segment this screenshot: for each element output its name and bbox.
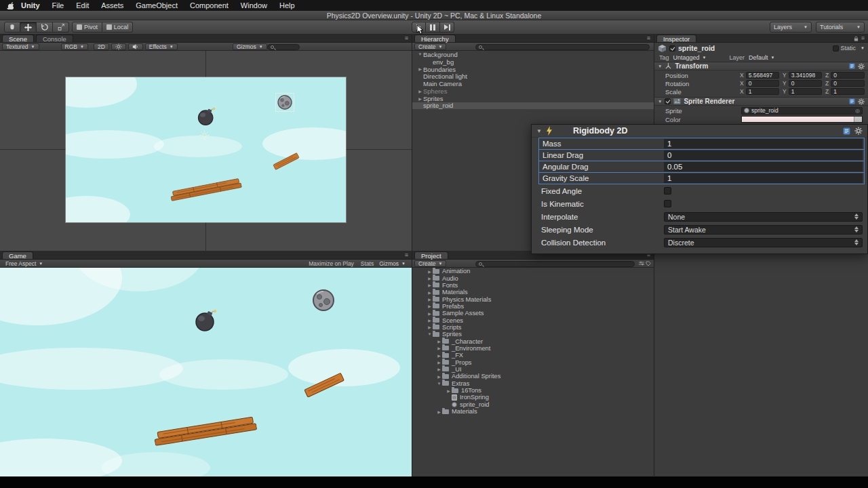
panel-menu-icon[interactable]: ≡ bbox=[647, 35, 650, 41]
foldout-icon[interactable]: ▶ bbox=[446, 388, 452, 393]
search-by-type-icon[interactable] bbox=[639, 261, 644, 268]
hierarchy-item[interactable]: ▶Spheres bbox=[412, 87, 654, 95]
menu-help[interactable]: Help bbox=[273, 1, 301, 9]
gear-icon[interactable] bbox=[854, 127, 863, 135]
hierarchy-item[interactable]: env_bg bbox=[412, 58, 654, 66]
interpolate-dropdown[interactable]: None bbox=[664, 212, 863, 222]
foldout-icon[interactable]: ▶ bbox=[427, 311, 433, 316]
project-item[interactable]: ▶_Character bbox=[412, 338, 654, 344]
fixed-angle-checkbox[interactable] bbox=[664, 187, 671, 195]
hierarchy-search-input[interactable] bbox=[475, 44, 650, 50]
project-item[interactable]: ▼Extras bbox=[412, 380, 654, 387]
asteroid-sprite[interactable] bbox=[277, 94, 293, 113]
gravity-scale-value-field[interactable]: 1 bbox=[664, 174, 863, 183]
render-mode-dropdown[interactable]: RGB ▼ bbox=[61, 43, 88, 50]
bomb-sprite[interactable] bbox=[197, 107, 216, 129]
window-titlebar[interactable]: Physics2D Overview.unity - Unity 2D ~ PC… bbox=[0, 11, 868, 20]
static-checkbox[interactable] bbox=[833, 45, 839, 52]
foldout-icon[interactable]: ▶ bbox=[427, 276, 433, 281]
foldout-icon[interactable]: ▶ bbox=[427, 325, 433, 329]
foldout-icon[interactable]: ▼ bbox=[417, 52, 423, 56]
scene-search-input[interactable] bbox=[267, 44, 300, 50]
hierarchy-item[interactable]: Main Camera bbox=[412, 80, 654, 87]
long-plank-sprite[interactable] bbox=[170, 178, 243, 205]
static-dropdown[interactable]: Static ▼ bbox=[833, 45, 865, 52]
position-x-field[interactable]: 5.568497 bbox=[746, 72, 779, 79]
local-toggle-button[interactable]: Local bbox=[102, 22, 133, 33]
shading-mode-dropdown[interactable]: Textured ▼ bbox=[2, 43, 39, 50]
tab-inspector[interactable]: Inspector bbox=[656, 35, 696, 42]
scale-y-field[interactable]: 1 bbox=[789, 88, 822, 95]
sleeping-mode-dropdown[interactable]: Start Awake bbox=[664, 225, 863, 235]
sprite-renderer-enabled-checkbox[interactable] bbox=[665, 98, 671, 104]
project-item[interactable]: ▶Fonts bbox=[412, 282, 654, 289]
foldout-icon[interactable]: ▶ bbox=[427, 269, 433, 274]
rotate-tool-button[interactable] bbox=[37, 22, 53, 33]
linear-drag-value-field[interactable]: 0 bbox=[664, 150, 863, 160]
mass-field-row[interactable]: Mass 1 bbox=[538, 138, 865, 150]
hierarchy-create-button[interactable]: Create ▼ bbox=[414, 43, 446, 50]
gravity-scale-field-row[interactable]: Gravity Scale 1 bbox=[538, 172, 865, 184]
panel-menu-icon[interactable]: ≡ bbox=[405, 252, 408, 258]
tag-dropdown[interactable]: Untagged▼ bbox=[673, 54, 707, 61]
project-search-input[interactable] bbox=[475, 261, 635, 267]
project-item[interactable]: ▶Scripts bbox=[412, 324, 654, 331]
foldout-icon[interactable]: ▶ bbox=[417, 96, 423, 101]
tab-project[interactable]: Project bbox=[414, 251, 448, 259]
menu-gameobject[interactable]: GameObject bbox=[130, 1, 184, 9]
linear-drag-field-row[interactable]: Linear Drag 0 bbox=[538, 149, 865, 161]
foldout-icon[interactable]: ▶ bbox=[427, 318, 433, 323]
menu-window[interactable]: Window bbox=[235, 1, 273, 9]
object-picker-icon[interactable]: ◎ bbox=[855, 108, 860, 114]
aspect-dropdown[interactable]: Free Aspect ▼ bbox=[2, 260, 46, 267]
pivot-toggle-button[interactable]: Pivot bbox=[72, 22, 102, 33]
lock-icon[interactable] bbox=[854, 36, 859, 41]
help-book-icon[interactable] bbox=[849, 63, 855, 69]
foldout-icon[interactable]: ▼ bbox=[427, 332, 433, 336]
foldout-icon[interactable]: ▶ bbox=[427, 304, 433, 308]
help-book-icon[interactable] bbox=[849, 98, 855, 104]
hierarchy-item[interactable]: ▶Sprites bbox=[412, 95, 654, 102]
project-item[interactable]: ▶Animation bbox=[412, 268, 654, 274]
scale-tool-button[interactable] bbox=[53, 22, 69, 33]
tab-scene[interactable]: Scene bbox=[2, 35, 34, 42]
menu-edit[interactable]: Edit bbox=[70, 1, 95, 9]
angular-drag-field-row[interactable]: Angular Drag 0.05 bbox=[538, 161, 865, 173]
mass-value-field[interactable]: 1 bbox=[664, 139, 863, 148]
project-item[interactable]: ▶Materials bbox=[412, 408, 654, 415]
foldout-icon[interactable]: ▶ bbox=[436, 339, 442, 344]
is-kinematic-checkbox[interactable] bbox=[664, 200, 671, 207]
rotation-x-field[interactable]: 0 bbox=[746, 80, 779, 87]
position-y-field[interactable]: 3.341098 bbox=[789, 72, 822, 79]
project-item[interactable]: ▶_Props bbox=[412, 359, 654, 365]
foldout-icon[interactable]: ▶ bbox=[427, 283, 433, 287]
collision-detection-dropdown[interactable]: Discrete bbox=[664, 238, 863, 247]
hierarchy-item[interactable]: Directional light bbox=[412, 73, 654, 80]
layer-dropdown[interactable]: Default▼ bbox=[749, 54, 774, 61]
apple-icon[interactable] bbox=[7, 1, 14, 9]
rotation-y-field[interactable]: 0 bbox=[789, 80, 822, 87]
tab-game[interactable]: Game bbox=[2, 251, 33, 259]
menu-unity[interactable]: Unity bbox=[15, 1, 46, 9]
scene-audio-toggle[interactable] bbox=[128, 43, 143, 50]
layers-dropdown[interactable]: Layers ▼ bbox=[770, 22, 812, 33]
foldout-icon[interactable]: ▶ bbox=[436, 367, 442, 371]
sprite-renderer-header[interactable]: ▼ Sprite Renderer bbox=[654, 97, 868, 106]
gear-icon[interactable] bbox=[858, 63, 865, 70]
foldout-icon[interactable]: ▶ bbox=[436, 409, 442, 414]
sprite-object-field[interactable]: sprite_roid ◎ bbox=[741, 107, 863, 115]
project-item[interactable]: IronSpring bbox=[412, 394, 654, 401]
search-by-label-icon[interactable] bbox=[646, 261, 651, 268]
light-gizmo-icon[interactable] bbox=[199, 130, 210, 143]
effects-dropdown[interactable]: Effects ▼ bbox=[145, 43, 178, 50]
project-item[interactable]: ▶Scenes bbox=[412, 317, 654, 323]
project-item[interactable]: ▶Audio bbox=[412, 274, 654, 281]
move-tool-button[interactable] bbox=[20, 22, 37, 33]
foldout-icon[interactable]: ▶ bbox=[417, 89, 423, 94]
project-item[interactable]: ▼Sprites bbox=[412, 331, 654, 338]
foldout-icon[interactable]: ▼ bbox=[658, 99, 662, 104]
object-enabled-checkbox[interactable] bbox=[669, 45, 675, 52]
project-item[interactable]: ▶Materials bbox=[412, 289, 654, 296]
step-button[interactable] bbox=[440, 22, 454, 33]
foldout-icon[interactable]: ▼ bbox=[536, 128, 542, 134]
